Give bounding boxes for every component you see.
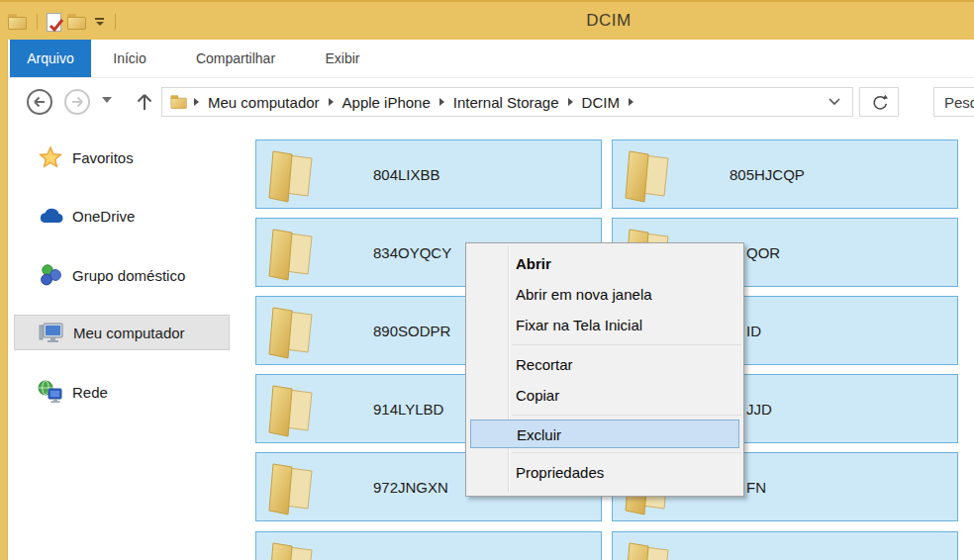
folder-icon — [266, 146, 316, 204]
folder-icon — [266, 303, 316, 360]
tab-inicio[interactable]: Início — [99, 40, 160, 77]
breadcrumb-apple-iphone[interactable]: Apple iPhone — [339, 94, 435, 111]
caret-bar — [95, 18, 104, 20]
menu-item-abrir[interactable]: Abrir — [466, 248, 743, 279]
menu-item-recortar[interactable]: Recortar — [466, 349, 743, 380]
folder-icon — [266, 225, 316, 282]
folder-tile[interactable]: 990LILVUF — [255, 531, 602, 560]
menu-item-excluir[interactable]: Excluir — [470, 420, 739, 448]
tab-arquivo[interactable]: Arquivo — [10, 40, 91, 77]
quick-access-toolbar — [8, 2, 119, 42]
window-left-border — [0, 40, 8, 560]
title-bar: DCIM — [0, 0, 974, 40]
recent-locations-dropdown[interactable] — [102, 97, 112, 103]
breadcrumb-dcim[interactable]: DCIM — [578, 94, 624, 111]
search-input[interactable]: Pesqu — [933, 87, 974, 117]
breadcrumb-chevron[interactable] — [629, 98, 633, 106]
star-icon — [38, 144, 63, 170]
sidebar-item-grupo-domestico[interactable]: Grupo doméstico — [14, 260, 230, 290]
refresh-button[interactable] — [859, 87, 899, 117]
tab-exibir[interactable]: Exibir — [311, 40, 374, 77]
menu-item-copiar[interactable]: Copiar — [466, 380, 743, 411]
address-folder-icon — [171, 95, 188, 109]
menu-separator — [512, 452, 741, 453]
menu-item-abrir-em-nova-janela[interactable]: Abrir em nova janela — [466, 279, 743, 310]
breadcrumb-chevron[interactable] — [329, 98, 334, 106]
chevron-down-icon — [96, 22, 104, 26]
search-placeholder: Pesqu — [944, 94, 974, 111]
window-title: DCIM — [554, 11, 663, 31]
folder-tile[interactable]: 990MACTE — [612, 531, 958, 560]
document-check-icon[interactable] — [47, 13, 61, 32]
ribbon-tab-row: Arquivo Início Compartilhar Exibir — [0, 40, 974, 77]
address-dropdown-chevron-icon[interactable] — [828, 98, 840, 106]
onedrive-cloud-icon — [38, 203, 63, 229]
sidebar-item-favoritos[interactable]: Favoritos — [14, 142, 230, 172]
menu-separator — [512, 344, 741, 345]
toolbar-separator — [37, 14, 38, 30]
network-icon — [38, 379, 63, 405]
toolbar-separator — [115, 14, 116, 30]
computer-icon — [39, 320, 64, 345]
arrow-left-icon — [32, 94, 48, 110]
menu-item-fixar-na-tela-inicial[interactable]: Fixar na Tela Inicial — [466, 310, 743, 340]
breadcrumb-internal-storage[interactable]: Internal Storage — [449, 94, 563, 111]
arrow-right-icon — [69, 94, 85, 110]
tab-compartilhar[interactable]: Compartilhar — [178, 40, 293, 77]
sidebar-item-meu-computador[interactable]: Meu computador — [14, 315, 230, 350]
folder-icon[interactable] — [67, 14, 87, 31]
folder-tile[interactable]: 805HJCQP — [612, 140, 958, 209]
folder-icon — [623, 538, 672, 560]
back-button[interactable] — [27, 89, 52, 115]
up-button[interactable] — [132, 89, 157, 115]
refresh-icon — [871, 94, 888, 111]
folder-icon — [623, 146, 672, 204]
breadcrumb-chevron[interactable] — [568, 98, 573, 106]
folder-tile[interactable]: 804LIXBB — [255, 140, 602, 209]
address-bar[interactable]: Meu computador Apple iPhone Internal Sto… — [161, 87, 853, 117]
customize-toolbar-dropdown[interactable] — [93, 16, 106, 28]
breadcrumb-chevron[interactable] — [194, 98, 199, 106]
sidebar-item-onedrive[interactable]: OneDrive — [14, 201, 230, 231]
homegroup-icon — [38, 262, 63, 288]
folder-icon — [266, 538, 316, 560]
breadcrumb-meu-computador[interactable]: Meu computador — [204, 94, 324, 111]
forward-button-disabled — [64, 89, 90, 115]
context-menu: Abrir Abrir em nova janela Fixar na Tela… — [465, 242, 744, 497]
sidebar-item-rede[interactable]: Rede — [14, 377, 230, 407]
menu-separator — [512, 415, 741, 416]
folder-icon — [266, 459, 316, 516]
folder-icon — [266, 381, 316, 438]
explorer-app-icon[interactable] — [8, 14, 28, 31]
arrow-up-icon — [136, 92, 153, 112]
breadcrumb-chevron[interactable] — [439, 98, 444, 106]
menu-item-propriedades[interactable]: Propriedades — [466, 457, 743, 488]
